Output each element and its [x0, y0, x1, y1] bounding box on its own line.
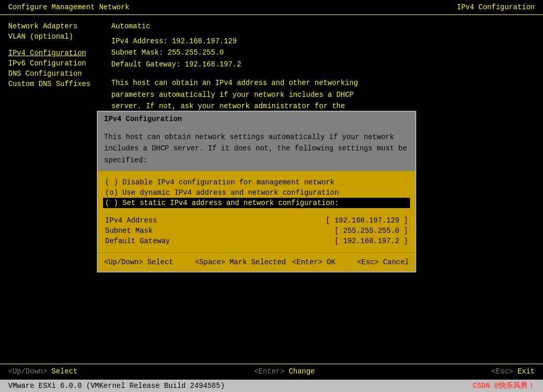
status-text: VMware ESXi 6.0.0 (VMKernel Release Buil… — [8, 382, 225, 390]
bottom-updown-hint: <Up/Down> Select — [8, 367, 77, 376]
option-static[interactable]: ( ) Set static IPv4 address and network … — [103, 198, 410, 208]
footer-updown-hint: <Up/Down> Select <Space> Mark Selected — [104, 258, 286, 266]
footer-enter-esc-hint: <Enter> OK <Esc> Cancel — [292, 258, 409, 266]
sidebar-item-vlan[interactable]: VLAN (optional) — [8, 32, 95, 41]
sidebar-item-custom-dns[interactable]: Custom DNS Suffixes — [8, 80, 95, 88]
info-default-gateway: Default Gateway: 192.168.197.2 — [111, 59, 535, 70]
modal-title: IPv4 Configuration — [98, 112, 415, 126]
info-ipv4-address: IPv4 Address: 192.168.197.129 — [111, 36, 535, 47]
sidebar-item-ipv4[interactable]: IPv4 Configuration — [8, 49, 95, 57]
info-automatic: Automatic — [111, 22, 535, 30]
bottom-enter-hint: <Enter> Change — [254, 367, 315, 376]
field-subnet-mask: Subnet Mask [ 255.255.255.0 ] — [105, 226, 408, 236]
sidebar: Network Adapters VLAN (optional) IPv4 Co… — [0, 15, 103, 366]
status-bar: VMware ESXi 6.0.0 (VMKernel Release Buil… — [0, 380, 543, 392]
modal-description: This host can obtain network settings au… — [98, 126, 415, 171]
screen: Configure Management Network IPv4 Config… — [0, 0, 543, 392]
watermark: CSDN @快乐风男！ — [473, 381, 535, 390]
top-header: Configure Management Network IPv4 Config… — [0, 0, 543, 15]
field-ipv4-address: IPv4 Address [ 192.168.197.129 ] — [105, 215, 408, 226]
info-ip-details: IPv4 Address: 192.168.197.129 Subnet Mas… — [111, 36, 535, 70]
modal-dialog: IPv4 Configuration This host can obtain … — [97, 111, 416, 272]
sidebar-item-ipv6[interactable]: IPv6 Configuration — [8, 59, 95, 67]
sidebar-item-network-adapters[interactable]: Network Adapters — [8, 22, 95, 30]
modal-footer: <Up/Down> Select <Space> Mark Selected <… — [98, 252, 415, 271]
fields-section: IPv4 Address [ 192.168.197.129 ] Subnet … — [105, 215, 408, 246]
modal-body: ( ) Disable IPv4 configuration for manag… — [98, 171, 415, 252]
bottom-esc-hint: <Esc> Exit — [491, 367, 535, 376]
option-disable[interactable]: ( ) Disable IPv4 configuration for manag… — [105, 177, 408, 188]
header-left: Configure Management Network — [8, 3, 129, 11]
bottom-bar: <Up/Down> Select <Enter> Change <Esc> Ex… — [0, 364, 543, 379]
info-subnet-mask: Subnet Mask: 255.255.255.0 — [111, 47, 535, 58]
sidebar-item-dns[interactable]: DNS Configuration — [8, 70, 95, 78]
sidebar-spacer — [8, 43, 95, 49]
header-right: IPv4 Configuration — [457, 3, 535, 11]
option-dynamic[interactable]: (o) Use dynamic IPv4 address and network… — [105, 188, 408, 198]
field-default-gateway: Default Gateway [ 192.168.197.2 ] — [105, 236, 408, 246]
